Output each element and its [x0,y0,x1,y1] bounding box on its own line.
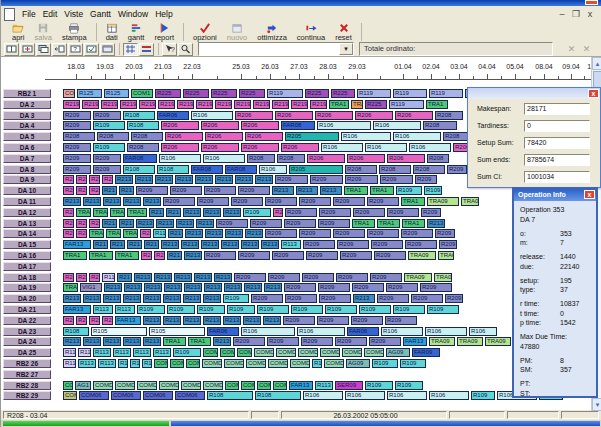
gantt-bar-r225[interactable]: R225 [155,89,181,98]
gantt-bar-r219[interactable]: R219 [215,100,232,109]
gantt-bar-r213[interactable]: R213 [143,337,161,346]
gantt-bar-r21[interactable]: R21 [119,219,134,228]
stat-value-input[interactable]: 1001034 [524,171,590,183]
gantt-bar-r219[interactable]: R219 [120,100,137,109]
gantt-bar-tra[interactable]: TRA [106,229,121,238]
gantt-bar-r213[interactable]: R213 [264,283,282,292]
gantt-bar-r108[interactable]: R108 [255,391,301,400]
stat-value-input[interactable]: 0 [524,120,590,132]
gantt-bar-r213[interactable]: R213 [63,337,81,346]
gantt-bar-r113[interactable]: R113 [315,381,333,390]
gantt-bar-r109[interactable]: R109 [197,305,225,314]
gantt-bar-tra1[interactable]: TRA1 [163,337,186,346]
row-label-da-12[interactable]: DA 12 [3,208,51,217]
gantt-bar-com[interactable]: COM [220,348,235,357]
gantt-bar-r106[interactable]: R106 [341,132,391,141]
stat-value-input[interactable]: 28171 [524,103,590,115]
gantt-bar-r209[interactable]: R209 [268,273,300,282]
gantt-bar-r108[interactable]: R108 [123,111,155,120]
gantt-bar-r11[interactable]: R11 [63,348,76,357]
gantt-bar-r108[interactable]: R108 [123,165,155,174]
stampa-button[interactable]: stampa [57,22,92,42]
gantt-bar-tra1[interactable]: TRA1 [188,337,211,346]
gantt-bar-r209[interactable]: R209 [340,251,372,260]
gantt-bar-r2[interactable]: R2 [102,175,113,184]
gantt-bar-r125[interactable]: R125 [77,89,102,98]
gantt-bar-r213[interactable]: R213 [63,294,81,303]
links-toggle-button[interactable] [139,43,154,56]
gantt-bar-r125[interactable]: R125 [104,89,129,98]
gantt-bar-comd[interactable]: COMD [63,391,77,400]
gantt-bar-r213[interactable]: R213 [221,240,239,249]
gantt-bar-r2[interactable]: R2 [63,219,74,228]
gantt-bar-r209[interactable]: R209 [345,175,378,184]
nuovo-button[interactable]: nuovo [222,22,252,42]
gantt-bar-r21[interactable]: R21 [102,186,117,195]
gantt-bar-r106[interactable]: R106 [191,111,233,120]
gantt-bar-r209[interactable]: R209 [170,186,202,195]
gantt-bar-r2[interactable]: R2 [89,273,100,282]
gantt-bar-r219[interactable]: R219 [196,100,213,109]
gantt-bar-r209[interactable]: R209 [374,251,406,260]
gantt-bar-r213[interactable]: R213 [255,175,273,184]
row-label-da-9[interactable]: DA 9 [3,175,51,184]
gantt-bar-far06[interactable]: FAR06 [347,327,379,336]
gantt-bar-r208[interactable]: R208 [443,132,469,141]
gantt-bar-far08[interactable]: FAR08 [123,154,157,163]
gantt-bar-comd[interactable]: COMD [159,381,179,390]
row-label-da-16[interactable]: DA 16 [3,251,51,260]
gantt-bar-r209[interactable]: R209 [251,294,283,303]
opzioni-button[interactable]: opzioni [188,22,222,42]
gantt-bar-r2[interactable]: R2 [89,186,100,195]
gantt-bar-r213[interactable]: R213 [195,175,213,184]
gantt-bar-r206[interactable]: R206 [387,154,425,163]
gantt-bar-tra1[interactable]: TRA1 [344,186,368,195]
gantt-bar-r213[interactable]: R213 [135,175,153,184]
gantt-bar-r213[interactable]: R213 [104,283,122,292]
window-layout-button-4[interactable] [52,43,67,56]
gantt-bar-r213[interactable]: R213 [164,283,182,292]
window-layout-button-7[interactable] [100,43,115,56]
gantt-bar-r109[interactable]: R109 [395,381,423,390]
gantt-bar-r209[interactable]: R209 [250,219,282,228]
gantt-bar-tra1[interactable]: TRA1 [377,219,400,228]
window-layout-button-5[interactable]: ? [68,43,83,56]
gantt-bar-far13[interactable]: FAR13 [289,381,313,390]
gantt-bar-tra1[interactable]: TRA1 [370,186,394,195]
gantt-bar-comd[interactable]: COMD [276,348,296,357]
gantt-bar-r209[interactable]: R209 [163,197,195,206]
row-label-da-10[interactable]: DA 10 [3,186,51,195]
gantt-bar-r11[interactable]: R11 [102,273,115,282]
gantt-bar-r2[interactable]: R2 [63,273,74,282]
gantt-bar-r213[interactable]: R213 [263,316,281,325]
menu-gantt[interactable]: Gantt [90,7,118,21]
apri-button[interactable]: apri [7,22,30,42]
gantt-bar-r108[interactable]: R108 [63,327,89,336]
gantt-bar-r209[interactable]: R209 [405,240,437,249]
gantt-bar-far08[interactable]: FAR08 [281,121,315,130]
gantt-bar-ag09[interactable]: AG09 [386,348,410,357]
gantt-bar-com[interactable]: COM [225,381,239,390]
gantt-bar-comd[interactable]: COMD [224,359,244,368]
gantt-bar-r225[interactable]: R225 [365,100,387,109]
gantt-bar-r209[interactable]: R209 [333,229,365,238]
gantt-bar-r209[interactable]: R209 [285,208,317,217]
gantt-bar-r2[interactable]: R2 [76,175,87,184]
gantt-bar-r105[interactable]: R105 [149,327,205,336]
gantt-bar-r209[interactable]: R209 [317,316,349,325]
row-label-da-25[interactable]: DA 25 [3,348,51,357]
gantt-bar-r209[interactable]: R209 [275,175,308,184]
gantt-bar-r219[interactable]: R219 [291,100,308,109]
gantt-bar-r2[interactable]: R2 [141,251,152,260]
gantt-bar-r206[interactable]: R206 [205,132,243,141]
gantt-bar-r106[interactable]: R106 [241,327,295,336]
gantt-bar-com[interactable]: COM [257,381,271,390]
gantt-bar-r21[interactable]: R21 [117,273,132,282]
gantt-bar-r11[interactable]: R11 [153,229,166,238]
gantt-bar-r109[interactable]: R109 [396,186,422,195]
gantt-bar-tra09[interactable]: TRA09 [434,273,452,282]
gantt-bar-r225[interactable]: R225 [183,89,209,98]
gantt-bar-tra1[interactable]: TRA1 [127,208,147,217]
gantt-bar-r219[interactable]: R219 [177,100,194,109]
gantt-bar-r213[interactable]: R213 [183,316,201,325]
